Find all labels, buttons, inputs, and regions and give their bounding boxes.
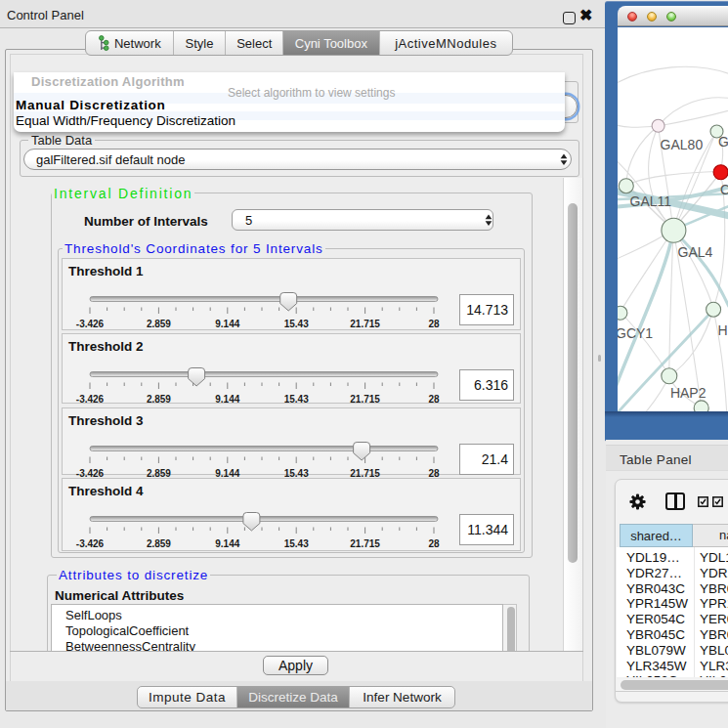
svg-text:CY: CY (720, 182, 728, 197)
svg-text:2.859: 2.859 (147, 394, 171, 405)
svg-text:HI: HI (718, 322, 728, 338)
svg-text:28: 28 (428, 467, 440, 478)
svg-text:GA: GA (718, 134, 728, 150)
svg-text:9.144: 9.144 (215, 394, 239, 405)
svg-text:2.859: 2.859 (147, 467, 171, 478)
svg-text:-3.426: -3.426 (76, 394, 105, 405)
svg-text:-3.426: -3.426 (76, 538, 105, 549)
svg-text:21.715: 21.715 (350, 394, 380, 405)
svg-text:HAP2: HAP2 (670, 385, 707, 401)
svg-text:28: 28 (428, 318, 440, 328)
svg-text:28: 28 (428, 538, 440, 549)
svg-text:GAL80: GAL80 (661, 137, 704, 152)
svg-text:GAL4: GAL4 (678, 244, 713, 260)
svg-text:9.144: 9.144 (215, 467, 239, 478)
svg-text:15.43: 15.43 (284, 538, 309, 549)
svg-text:21.715: 21.715 (350, 318, 380, 328)
svg-text:28: 28 (428, 394, 440, 405)
svg-text:15.43: 15.43 (284, 318, 309, 328)
svg-text:2.859: 2.859 (147, 538, 171, 549)
svg-text:GCY1: GCY1 (618, 325, 653, 341)
svg-text:15.43: 15.43 (284, 467, 309, 478)
svg-text:21.715: 21.715 (350, 467, 380, 478)
svg-text:-3.426: -3.426 (76, 467, 105, 478)
svg-text:GAL11: GAL11 (630, 193, 672, 209)
svg-text:9.144: 9.144 (215, 538, 239, 549)
svg-text:-3.426: -3.426 (76, 318, 105, 328)
svg-text:9.144: 9.144 (215, 318, 239, 328)
svg-text:15.43: 15.43 (284, 394, 309, 405)
svg-text:2.859: 2.859 (147, 318, 171, 328)
svg-text:21.715: 21.715 (350, 538, 380, 549)
